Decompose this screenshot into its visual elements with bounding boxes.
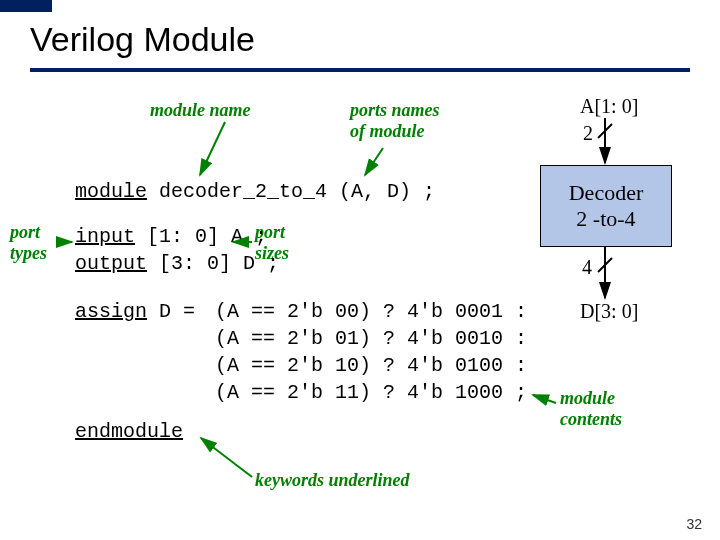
code-module-decl: module decoder_2_to_4 (A, D) ; (75, 180, 435, 203)
legend-bar (0, 0, 52, 12)
code-input: input [1: 0] A ; (75, 225, 267, 248)
annotation-module-contents: module contents (560, 388, 622, 430)
code-cond2: (A == 2'b 01) ? 4'b 0010 : (215, 327, 527, 350)
code-output: output [3: 0] D ; (75, 252, 279, 275)
svg-line-0 (200, 122, 225, 175)
signal-a: A[1: 0] (580, 95, 638, 118)
svg-line-7 (598, 124, 612, 138)
annotation-port-types: port types (10, 222, 47, 264)
svg-line-1 (365, 148, 383, 175)
bus-width-top: 2 (583, 122, 593, 145)
slide-title: Verilog Module (30, 20, 255, 59)
svg-line-5 (201, 438, 252, 477)
svg-line-9 (598, 258, 612, 272)
signal-d: D[3: 0] (580, 300, 638, 323)
svg-line-4 (533, 395, 556, 403)
decoder-box: Decoder 2 -to-4 (540, 165, 672, 247)
code-endmodule: endmodule (75, 420, 183, 443)
annotation-module-name: module name (150, 100, 251, 121)
code-assign: assign D = (75, 300, 195, 323)
slide-number: 32 (686, 516, 702, 532)
annotation-ports-names: ports names of module (350, 100, 440, 142)
annotation-keywords-underlined: keywords underlined (255, 470, 410, 491)
bus-width-bot: 4 (582, 256, 592, 279)
title-underline (30, 68, 690, 72)
code-cond1: (A == 2'b 00) ? 4'b 0001 : (215, 300, 527, 323)
code-cond4: (A == 2'b 11) ? 4'b 1000 ; (215, 381, 527, 404)
code-cond3: (A == 2'b 10) ? 4'b 0100 : (215, 354, 527, 377)
